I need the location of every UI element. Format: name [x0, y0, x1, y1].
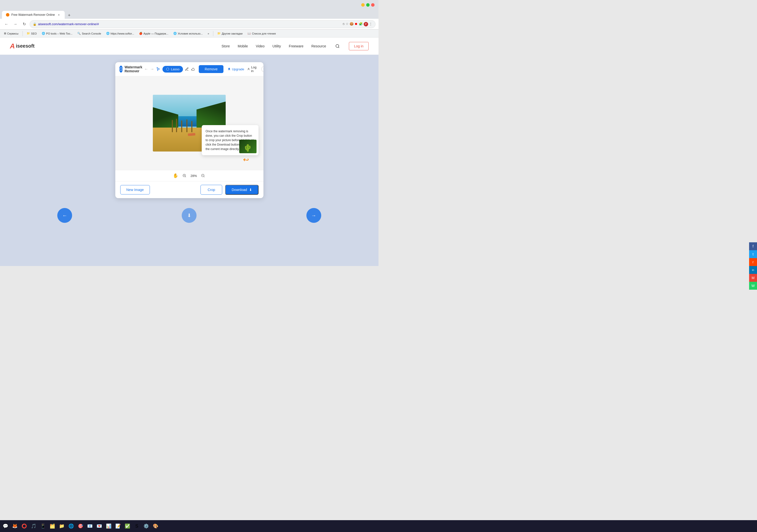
record-icon[interactable]: ⏺	[354, 22, 358, 26]
zoom-out-btn[interactable]	[200, 173, 206, 179]
bookmark-servisy[interactable]: ⊞ Сервисы	[2, 31, 20, 37]
brush-tool-btn[interactable]	[185, 65, 189, 73]
bookmark-more[interactable]: »	[206, 31, 211, 37]
reload-btn[interactable]: ↻	[21, 21, 28, 28]
move-tool-btn[interactable]	[156, 65, 161, 73]
bookmark-icon: 🌐	[42, 32, 45, 35]
plant-icon: 🌵	[243, 143, 252, 153]
site-logo: A iseesoft	[10, 42, 35, 50]
share-icon[interactable]: ⎋	[343, 22, 345, 26]
bottom-nav-circles: ← ⬇ →	[0, 206, 378, 225]
folder-icon: 📁	[217, 32, 221, 35]
nav-store[interactable]: Store	[222, 44, 229, 48]
bookmark-icon: 🌐	[173, 32, 177, 35]
crop-btn[interactable]: Crop	[200, 185, 222, 195]
back-btn[interactable]: ←	[3, 21, 10, 28]
bookmark-icon: ⊞	[4, 32, 6, 35]
active-tab[interactable]: Free Watermark Remover Online ✕	[2, 11, 65, 19]
logo-text: iseesoft	[16, 43, 35, 49]
nav-circle-right[interactable]: →	[306, 208, 321, 223]
forward-btn[interactable]: →	[12, 21, 19, 28]
lasso-tool-btn[interactable]: Lasso	[163, 66, 183, 72]
bottom-buttons: New Image Crop Download ⬇	[115, 181, 263, 198]
bookmarks-bar: ⊞ Сервисы 📁 SEO 🌐 PO tools – Web Too... …	[0, 30, 378, 38]
logo-a-char: A	[10, 42, 15, 50]
nav-freeware[interactable]: Freeware	[289, 44, 303, 48]
login-toolbar-label: Log in	[251, 66, 258, 73]
post-2	[176, 119, 177, 132]
bookmark-separator	[22, 31, 23, 36]
download-icon: ⬇	[249, 188, 252, 192]
search-console-icon: 🔍	[77, 32, 81, 35]
bookmark-terms[interactable]: 🌐 Условия использо...	[171, 31, 205, 37]
nav-video[interactable]: Video	[256, 44, 265, 48]
nav-utility[interactable]: Utility	[273, 44, 281, 48]
login-toolbar-btn[interactable]: Log in	[247, 66, 258, 73]
undo-btn[interactable]: ←	[144, 66, 148, 72]
post-1	[172, 120, 173, 132]
reading-icon: 📖	[247, 32, 251, 35]
bookmark-separator-2	[213, 31, 213, 36]
site-header: A iseesoft Store Mobile Video Utility Fr…	[0, 38, 378, 55]
nav-resource[interactable]: Resource	[311, 44, 326, 48]
post-5	[191, 121, 192, 132]
upgrade-btn[interactable]: Upgrade	[227, 67, 244, 71]
help-btn[interactable]: ?	[261, 66, 263, 72]
menu-icon[interactable]: ⋮	[369, 22, 372, 26]
nav-circle-left[interactable]: ←	[57, 208, 72, 223]
app-panel-wrapper: Watermark Remover ← → Lasso	[0, 55, 378, 206]
bookmark-other[interactable]: 📁 Другие закладки	[215, 31, 244, 37]
tab-close-btn[interactable]: ✕	[57, 13, 61, 17]
upgrade-label: Upgrade	[232, 67, 244, 71]
new-tab-btn[interactable]: +	[66, 12, 73, 19]
bookmark-softor[interactable]: 🌐 https://www.softor...	[104, 31, 136, 37]
svg-line-1	[338, 47, 339, 48]
minimize-btn[interactable]	[361, 3, 365, 7]
svg-line-4	[185, 177, 186, 177]
star-icon[interactable]: ☆	[346, 22, 348, 26]
svg-line-8	[204, 177, 204, 177]
right-buttons: Crop Download ⬇	[200, 185, 258, 195]
bookmark-apple[interactable]: 🍎 Apple — Поддерж...	[137, 31, 170, 37]
address-box[interactable]: 🔒 aiseesoft.com/watermark-remover-online…	[30, 20, 376, 28]
cookie-icon[interactable]: 🍪	[349, 22, 353, 26]
app-panel: Watermark Remover ← → Lasso	[115, 62, 263, 198]
browser-chrome: Free Watermark Remover Online ✕ + ← → ↻ …	[0, 0, 378, 38]
download-label: Download	[231, 188, 247, 192]
remove-btn[interactable]: Remove	[199, 65, 224, 73]
lock-icon: 🔒	[33, 22, 37, 26]
nav-mobile[interactable]: Mobile	[238, 44, 248, 48]
title-bar	[0, 0, 378, 10]
redo-btn[interactable]: →	[150, 66, 154, 72]
close-window-btn[interactable]	[371, 3, 375, 7]
account-icon[interactable]: P	[364, 22, 368, 26]
bookmark-po-tools[interactable]: 🌐 PO tools – Web Too...	[40, 31, 75, 37]
svg-point-2	[248, 68, 249, 69]
zoom-level: 28%	[190, 174, 197, 178]
restore-btn[interactable]	[366, 3, 370, 7]
hand-tool-btn[interactable]: ✋	[172, 173, 178, 179]
zoom-in-btn[interactable]	[181, 173, 187, 179]
nav-circle-mid[interactable]: ⬇	[182, 208, 197, 223]
tab-favicon	[6, 13, 9, 16]
download-btn[interactable]: Download ⬇	[225, 185, 258, 195]
address-bar-row: ← → ↻ 🔒 aiseesoft.com/watermark-remover-…	[0, 19, 378, 30]
eraser-tool-btn[interactable]	[191, 65, 195, 73]
site-login-btn[interactable]: Log in	[349, 42, 369, 50]
tooltip-popup: Once the watermark removing is done, you…	[202, 125, 258, 155]
page-content: A iseesoft Store Mobile Video Utility Fr…	[0, 38, 378, 266]
address-icons: ⎋ ☆ 🍪 ⏺ 🧩 P ⋮	[343, 22, 372, 26]
puzzle-icon[interactable]: 🧩	[359, 22, 363, 26]
bookmark-seo[interactable]: 📁 SEO	[25, 31, 39, 37]
red-watermark-mark	[188, 133, 195, 136]
app-title: Watermark Remover	[125, 65, 142, 73]
search-icon[interactable]	[334, 43, 341, 50]
lasso-label: Lasso	[171, 67, 179, 71]
toolbar-right: Upgrade Log in ? ✕	[227, 66, 263, 73]
canvas-area: Once the watermark removing is done, you…	[115, 76, 263, 170]
new-image-btn[interactable]: New Image	[120, 185, 150, 194]
bookmark-reading-list[interactable]: 📖 Список для чтения	[245, 31, 278, 37]
app-toolbar: Watermark Remover ← → Lasso	[115, 62, 263, 76]
bookmark-icon: 🌐	[106, 32, 109, 35]
bookmark-search-console[interactable]: 🔍 Search Console	[75, 31, 103, 37]
